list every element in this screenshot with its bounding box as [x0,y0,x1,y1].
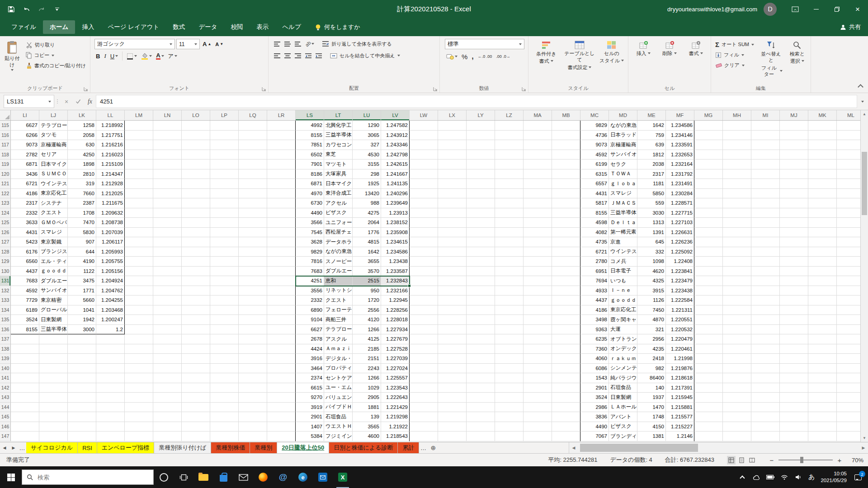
cell-ME125[interactable]: 1313 [637,218,666,228]
cell-LU115[interactable]: 1290 [353,121,381,131]
cell-MF116[interactable]: 1.234146 [666,131,694,141]
cell-LM132[interactable] [125,286,153,296]
cell-LK130[interactable]: 1122 [68,267,96,277]
cell-MA135[interactable] [524,315,552,325]
edge-button[interactable]: e [293,466,313,488]
cell-LW143[interactable] [410,393,438,403]
cell-LK140[interactable] [68,364,96,374]
cell-MA125[interactable] [524,218,552,228]
cell-ME128[interactable]: 332 [637,247,666,257]
cell-MC145[interactable]: 3836 [580,412,609,422]
account-avatar[interactable]: D [764,3,777,16]
cell-MK131[interactable] [808,276,837,286]
cell-ML124[interactable] [837,208,860,218]
cell-LZ136[interactable] [495,325,524,335]
cell-LQ128[interactable] [239,247,267,257]
cell-MI123[interactable] [751,198,780,208]
cell-LM123[interactable] [125,198,153,208]
cell-MF126[interactable]: 1.226631 [666,228,694,238]
cell-LJ143[interactable] [39,393,68,403]
cell-MK124[interactable] [808,208,837,218]
cell-MA146[interactable] [524,422,552,432]
cell-MC126[interactable]: 4082 [580,228,609,238]
cell-LQ132[interactable] [239,286,267,296]
cell-LK137[interactable] [68,334,96,344]
cell-LL121[interactable]: 1.212928 [96,179,125,189]
cell-LY143[interactable] [467,393,495,403]
insert-cells-button[interactable]: 挿入 [631,38,656,84]
cell-LI126[interactable]: 4431 [11,228,39,238]
cell-MB134[interactable] [552,305,580,315]
cell-LP138[interactable] [210,344,239,354]
sheet-tab-累計[interactable]: 累計 [398,442,419,453]
tab-scroll-right-icon[interactable]: ▶ [9,442,18,453]
cell-MK142[interactable] [808,383,837,393]
cell-MA121[interactable] [524,179,552,189]
cell-LN123[interactable] [153,198,182,208]
cell-LM131[interactable] [125,276,153,286]
cell-LK118[interactable]: 4250 [68,150,96,160]
cell-LM120[interactable] [125,169,153,179]
cell-LK135[interactable]: 1942 [68,315,96,325]
cell-LV117[interactable]: 1.243346 [381,140,410,150]
cell-LN117[interactable] [153,140,182,150]
cell-MF115[interactable]: 1.234586 [666,121,694,131]
cell-LL139[interactable] [96,354,125,364]
cell-ML147[interactable] [837,432,860,441]
cell-MD146[interactable]: ビザスク [609,422,637,432]
cell-MF129[interactable]: 1.22408 [666,257,694,267]
cell-ML134[interactable] [837,305,860,315]
cell-MH146[interactable] [723,422,751,432]
cell-MF136[interactable]: 1.220532 [666,325,694,335]
cell-LP135[interactable] [210,315,239,325]
sheet-tab-エンベロープ指標[interactable]: エンベロープ指標 [97,442,155,453]
cell-MI130[interactable] [751,267,780,277]
row-header-140[interactable]: 140 [0,364,11,374]
cell-MI141[interactable] [751,373,780,383]
column-header-LM[interactable]: LM [125,110,153,120]
row-header-138[interactable]: 138 [0,344,11,354]
cell-LL138[interactable] [96,344,125,354]
cell-MF128[interactable]: 1.225092 [666,247,694,257]
row-header-141[interactable]: 141 [0,373,11,383]
cell-LP145[interactable] [210,412,239,422]
cell-MG140[interactable] [694,364,723,374]
cell-LM142[interactable] [125,383,153,393]
cell-LW123[interactable] [410,198,438,208]
cell-MJ133[interactable] [780,296,808,305]
cell-MF144[interactable]: 1.215881 [666,403,694,413]
cell-MK117[interactable] [808,140,837,150]
cell-LX119[interactable] [438,160,467,169]
cell-LL118[interactable]: 1.216023 [96,150,125,160]
alignment-dialog-launcher[interactable] [433,87,438,91]
cell-LJ116[interactable]: タツモ [39,131,68,141]
cell-LX117[interactable] [438,140,467,150]
cell-LJ124[interactable]: クエスト [39,208,68,218]
cell-MB130[interactable] [552,267,580,277]
cell-LP143[interactable] [210,393,239,403]
cell-LY127[interactable] [467,237,495,247]
cell-LO135[interactable] [182,315,210,325]
cell-LO131[interactable] [182,276,210,286]
cell-LL144[interactable] [96,403,125,413]
cell-MH122[interactable] [723,189,751,199]
network-button[interactable] [780,474,788,480]
cell-MK125[interactable] [808,218,837,228]
cell-LZ134[interactable] [495,305,524,315]
cell-MI124[interactable] [751,208,780,218]
cell-LO146[interactable] [182,422,210,432]
cell-LP120[interactable] [210,169,239,179]
cell-MG118[interactable] [694,150,723,160]
account-email[interactable]: dryyourtearswithlove1@gmail.com [667,6,757,13]
cell-LR121[interactable] [267,179,296,189]
cell-LL120[interactable]: 1.214347 [96,169,125,179]
tab-view[interactable]: 表示 [250,20,276,34]
taskbar-clock[interactable]: 10:05 2021/05/29 [821,470,847,484]
cell-LO115[interactable] [182,121,210,131]
row-header-117[interactable]: 117 [0,140,11,150]
cell-MA117[interactable] [524,140,552,150]
cell-LT124[interactable]: ビザスク [324,208,353,218]
cell-MG131[interactable] [694,276,723,286]
cell-LJ130[interactable]: ｇｏｏｄｄ [39,267,68,277]
cell-LI120[interactable]: 3436 [11,169,39,179]
